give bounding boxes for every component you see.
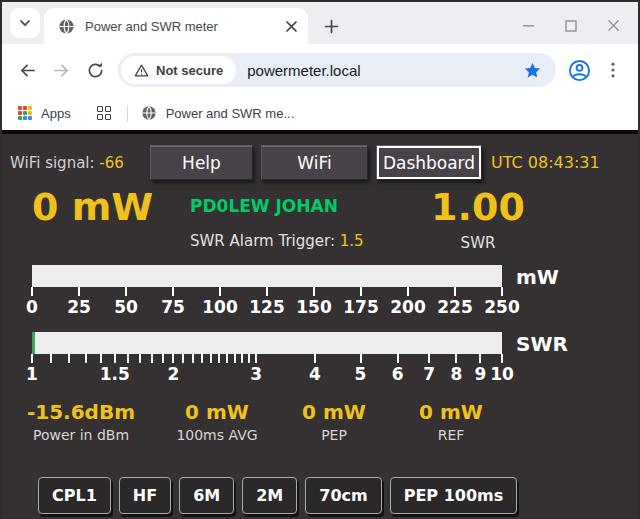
plus-icon <box>324 19 339 34</box>
url-text[interactable]: powermeter.local <box>247 62 360 79</box>
tab-strip: Power and SWR meter <box>2 2 638 44</box>
tab-close-icon[interactable] <box>285 20 298 33</box>
readout-value: -15.6dBm <box>6 400 156 424</box>
meter-tick-label: 100 <box>202 297 238 317</box>
warning-triangle-icon <box>134 63 149 78</box>
meter-tick <box>162 354 164 363</box>
power-meter-ticks <box>32 287 502 296</box>
reading-list-icon[interactable] <box>97 106 111 120</box>
meter-tick <box>479 354 481 363</box>
chevron-down-icon <box>18 16 32 30</box>
maximize-icon[interactable] <box>565 20 577 32</box>
readout-100ms-avg: 0 mW100ms AVG <box>156 400 278 443</box>
power-value: 0 mW <box>32 186 190 230</box>
meter-tick-label: 0 <box>26 297 38 317</box>
meter-tick-label: 9 <box>475 364 487 384</box>
band-button-pep-100ms[interactable]: PEP 100ms <box>390 477 518 514</box>
band-button-hf[interactable]: HF <box>119 477 171 514</box>
bookmark-label: Power and SWR me... <box>166 106 295 121</box>
address-bar[interactable]: Not secure powermeter.local <box>118 53 556 87</box>
power-meter: mW 0255075100125150175200225250 <box>32 265 502 319</box>
kebab-menu-icon <box>604 61 622 79</box>
forward-button[interactable] <box>44 53 78 87</box>
swr-alarm-label: SWR Alarm Trigger: <box>190 232 335 250</box>
meter-tick-label: 175 <box>343 297 379 317</box>
meter-tick <box>501 287 503 296</box>
meter-tick <box>397 354 399 363</box>
power-column: 0 mW <box>32 186 190 252</box>
minimize-icon[interactable] <box>522 19 535 32</box>
meter-tick-label: 250 <box>484 297 520 317</box>
meter-tick-label: 25 <box>67 297 91 317</box>
meter-tick-label: 3 <box>250 364 262 384</box>
meter-tick <box>255 354 257 363</box>
meter-tick <box>241 354 243 363</box>
profile-button[interactable] <box>562 53 596 87</box>
back-button[interactable] <box>10 53 44 87</box>
close-icon[interactable] <box>607 19 620 32</box>
meter-tick-label: 150 <box>296 297 332 317</box>
readout-ref: 0 mWREF <box>390 400 512 443</box>
readout-label: REF <box>390 427 512 443</box>
meter-tick <box>172 287 174 296</box>
band-button-cpl1[interactable]: CPL1 <box>38 477 111 514</box>
meter-tick <box>139 354 141 363</box>
swr-meter-bar <box>32 332 502 354</box>
dashboard-button[interactable]: Dashboard <box>376 145 482 180</box>
meter-tick <box>314 354 316 363</box>
new-tab-button[interactable] <box>324 19 339 34</box>
apps-shortcut[interactable]: Apps <box>18 106 71 121</box>
meter-tick <box>85 354 87 363</box>
apps-label: Apps <box>41 106 71 121</box>
reload-icon <box>86 61 105 80</box>
readout-power-in-dbm: -15.6dBmPower in dBm <box>6 400 156 443</box>
meter-tick-label: 5 <box>355 364 367 384</box>
security-chip[interactable]: Not secure <box>121 56 236 84</box>
bookmark-star-button[interactable] <box>523 61 542 80</box>
power-meter-scale: 0255075100125150175200225250 <box>32 297 502 319</box>
center-column: PD0LEW JOHAN SWR Alarm Trigger: 1.5 <box>190 186 418 252</box>
meter-tick <box>210 354 212 363</box>
back-icon <box>18 61 37 80</box>
meter-tick-label: 7 <box>423 364 435 384</box>
band-button-70cm[interactable]: 70cm <box>305 477 381 514</box>
top-row: WiFi signal: -66 HelpWiFiDashboard UTC 0… <box>10 145 632 180</box>
swr-alarm-value: 1.5 <box>340 232 364 250</box>
band-buttons-row: CPL1HF6M2M70cmPEP 100ms <box>38 477 638 514</box>
swr-meter-unit: SWR <box>516 332 568 356</box>
readout-value: 0 mW <box>278 400 390 424</box>
meter-tick <box>219 287 221 296</box>
band-button-6m[interactable]: 6M <box>179 477 234 514</box>
meter-tick-label: 50 <box>114 297 138 317</box>
readout-pep: 0 mWPEP <box>278 400 390 443</box>
meter-tick <box>226 354 228 363</box>
swr-column: 1.00 SWR <box>418 186 538 252</box>
meter-tick <box>454 287 456 296</box>
meter-tick <box>501 354 503 363</box>
band-button-2m[interactable]: 2M <box>242 477 297 514</box>
power-meter-unit: mW <box>516 265 559 289</box>
meter-tick <box>360 287 362 296</box>
meter-tick <box>248 354 250 363</box>
bookmarks-divider <box>127 105 128 122</box>
reload-button[interactable] <box>78 53 112 87</box>
tab-search-button[interactable] <box>10 8 40 38</box>
callsign: PD0LEW JOHAN <box>190 196 418 216</box>
wifi-button[interactable]: WiFi <box>261 145 368 180</box>
globe-icon <box>58 18 75 35</box>
meter-tick-label: 8 <box>451 364 463 384</box>
star-filled-icon <box>523 61 542 80</box>
forward-icon <box>52 61 71 80</box>
meter-tick <box>151 354 153 363</box>
readouts-row: -15.6dBmPower in dBm0 mW100ms AVG0 mWPEP… <box>6 400 638 443</box>
readout-label: Power in dBm <box>6 427 156 443</box>
browser-menu-button[interactable] <box>596 53 630 87</box>
bookmark-item[interactable]: Power and SWR me... <box>141 105 295 121</box>
browser-tab[interactable]: Power and SWR meter <box>44 8 308 44</box>
wifi-signal: WiFi signal: -66 <box>10 154 150 172</box>
meter-tick <box>201 354 203 363</box>
swr-meter-ticks <box>32 354 502 363</box>
help-button[interactable]: Help <box>150 145 253 180</box>
meter-tick-label: 6 <box>392 364 404 384</box>
page-nav-buttons: HelpWiFiDashboard <box>150 145 482 180</box>
